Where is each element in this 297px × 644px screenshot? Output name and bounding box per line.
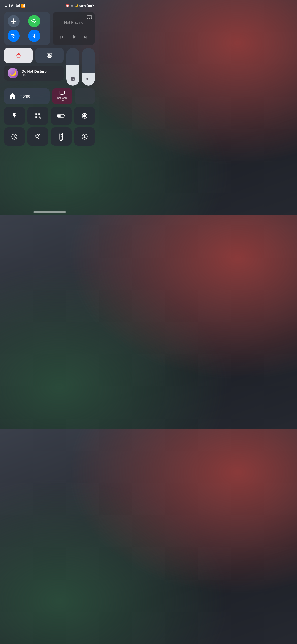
qrcode-button[interactable]	[27, 107, 48, 125]
svg-rect-13	[61, 138, 62, 138]
svg-rect-12	[61, 137, 62, 137]
now-playing-panel: Not Playing	[53, 12, 95, 45]
bar1	[5, 6, 6, 7]
airplane-mode-button[interactable]	[8, 15, 20, 27]
shazam-button[interactable]: S	[74, 127, 95, 146]
lock-rotation-button[interactable]	[4, 48, 33, 63]
bar3	[8, 5, 8, 7]
row-controls-sliders: 🌙 Do Not Disturb On	[4, 48, 95, 86]
status-left: Airtel 📶	[5, 4, 25, 8]
home-indicator[interactable]	[33, 211, 66, 213]
svg-rect-15	[61, 139, 62, 140]
dnd-subtitle: On	[22, 73, 47, 77]
svg-rect-4	[64, 115, 65, 117]
row-connectivity-nowplaying: Not Playing	[4, 12, 95, 45]
wifi-button[interactable]	[8, 30, 20, 42]
network-panel	[4, 12, 50, 45]
location-icon: ◎	[71, 4, 73, 7]
home-label: Home	[20, 94, 30, 99]
volume-slider[interactable]	[82, 48, 95, 86]
dnd-text: Do Not Disturb On	[22, 69, 47, 77]
play-button[interactable]	[70, 33, 77, 42]
battery-percent: 98%	[79, 4, 86, 8]
previous-button[interactable]	[59, 34, 65, 41]
svg-rect-14	[61, 139, 62, 139]
dnd-title: Do Not Disturb	[22, 69, 47, 73]
brightness-icon	[70, 76, 75, 83]
not-playing-label: Not Playing	[64, 20, 83, 24]
next-button[interactable]	[83, 34, 88, 41]
bedroom-tv-button[interactable]: BedroomTV	[52, 88, 72, 104]
svg-text:S: S	[83, 136, 85, 138]
svg-rect-0	[48, 54, 50, 56]
apple-tv-remote-button[interactable]	[51, 127, 72, 146]
svg-point-8	[12, 138, 14, 140]
svg-rect-9	[60, 133, 62, 141]
clock-button[interactable]	[4, 127, 25, 146]
bar4	[9, 4, 10, 7]
row-home-tv: Home BedroomTV	[4, 88, 95, 104]
control-center: Not Playing	[0, 10, 99, 146]
dnd-icon: 🌙	[8, 68, 18, 78]
low-power-mode-button[interactable]: ⊖	[51, 107, 72, 125]
screen-mirror-button[interactable]	[35, 48, 64, 63]
signal-bars	[5, 4, 10, 7]
sliders-column	[66, 48, 95, 86]
status-bar: Airtel 📶 ⏰ ◎ 🌙 98%	[0, 0, 99, 10]
hotspot-button[interactable]	[28, 15, 40, 27]
wifi-status-icon: 📶	[21, 4, 25, 8]
media-controls	[59, 33, 88, 42]
battery-icon	[87, 4, 94, 7]
hearing-button[interactable]	[27, 127, 48, 146]
screen-record-button[interactable]	[74, 107, 95, 125]
bar2	[6, 6, 7, 7]
bedroom-tv-label: BedroomTV	[57, 96, 68, 103]
flashlight-button[interactable]	[4, 107, 25, 125]
home-button[interactable]: Home	[4, 88, 50, 104]
row-icons-1: ⊖	[4, 107, 95, 125]
airplay-button[interactable]	[87, 15, 92, 21]
svg-rect-11	[61, 136, 62, 137]
alarm-icon: ⏰	[65, 4, 69, 7]
brightness-slider[interactable]	[66, 48, 79, 86]
volume-icon	[86, 76, 91, 83]
bluetooth-button[interactable]	[28, 30, 40, 42]
small-buttons-row	[4, 48, 64, 63]
status-right: ⏰ ◎ 🌙 98%	[65, 4, 94, 8]
empty-button	[75, 88, 95, 104]
svg-point-10	[61, 134, 62, 135]
carrier-label: Airtel	[11, 4, 20, 8]
svg-rect-1	[50, 55, 51, 56]
row-icons-2: S	[4, 127, 95, 146]
svg-text:⊖: ⊖	[60, 115, 62, 117]
left-controls: 🌙 Do Not Disturb On	[4, 48, 64, 86]
moon-icon: 🌙	[74, 4, 78, 7]
svg-point-7	[83, 114, 86, 118]
do-not-disturb-button[interactable]: 🌙 Do Not Disturb On	[4, 66, 64, 81]
